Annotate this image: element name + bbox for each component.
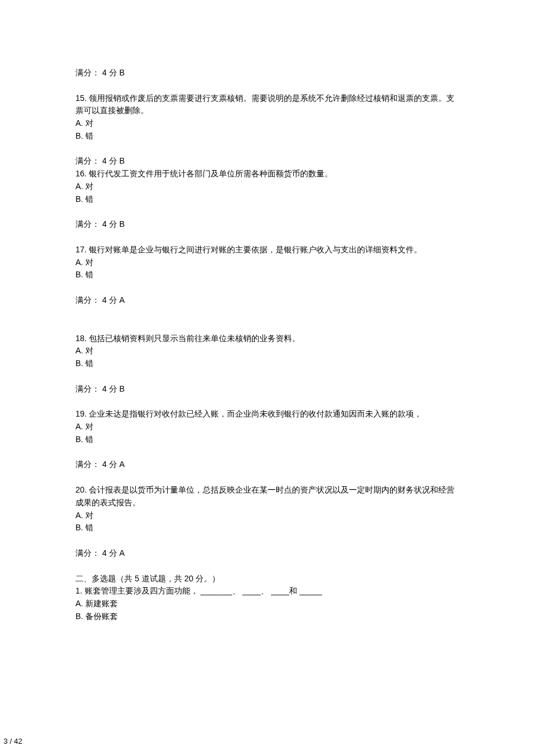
question-number: 17. [75,245,86,254]
question-number: 16. [75,169,86,178]
option-b: B. 错 [75,433,459,446]
question-body: 账套管理主要涉及四方面功能， _______、 ____、 ____和 ____… [82,586,322,595]
document-page: 满分： 4 分 B 15. 领用报销或作废后的支票需要进行支票核销。需要说明的是… [0,0,534,756]
question-body: 银行对账单是企业与银行之间进行对账的主要依据，是银行账户收入与支出的详细资料文件… [86,245,422,254]
question-text: 1. 账套管理主要涉及四方面功能， _______、 ____、 ____和 _… [75,585,459,598]
question-text: 20. 会计报表是以货币为计量单位，总括反映企业在某一时点的资产状况以及一定时期… [75,484,459,509]
option-a: A. 对 [75,256,459,269]
question-body: 包括已核销资料则只显示当前往来单位未核销的业务资料。 [86,334,300,343]
question-body: 会计报表是以货币为计量单位，总括反映企业在某一时点的资产状况以及一定时期内的财务… [75,485,454,507]
question-text: 18. 包括已核销资料则只显示当前往来单位未核销的业务资料。 [75,332,459,345]
score-line: 满分： 4 分 A [75,458,459,471]
question-number: 18. [75,334,86,343]
option-b: B. 备份账套 [75,610,459,623]
section-title: 二、多选题（共 5 道试题，共 20 分。） [75,573,459,585]
option-a: A. 新建账套 [75,598,459,610]
score-line: 满分： 4 分 B [75,67,459,79]
question-body: 企业未达是指银行对收付款已经入账，而企业尚未收到银行的收付款通知因而未入账的款项… [86,409,422,418]
question-body: 领用报销或作废后的支票需要进行支票核销。需要说明的是系统不允许删除经过核销和退票… [75,93,454,115]
option-a: A. 对 [75,421,459,433]
option-a: A. 对 [75,345,459,357]
score-line: 满分： 4 分 B [75,218,459,231]
page-number: 3 / 42 [3,737,23,746]
score-line: 满分： 4 分 A [75,294,459,307]
question-text: 19. 企业未达是指银行对收付款已经入账，而企业尚未收到银行的收付款通知因而未入… [75,408,459,421]
option-a: A. 对 [75,509,459,522]
question-number: 1. [75,586,82,595]
question-number: 15. [75,93,86,103]
question-number: 20. [75,485,86,494]
question-body: 银行代发工资文件用于统计各部门及单位所需各种面额货币的数量。 [86,169,333,178]
option-b: B. 错 [75,522,459,534]
option-a: A. 对 [75,180,459,193]
option-b: B. 错 [75,357,459,370]
question-text: 15. 领用报销或作废后的支票需要进行支票核销。需要说明的是系统不允许删除经过核… [75,92,459,117]
score-line: 满分： 4 分 B [75,383,459,396]
question-text: 17. 银行对账单是企业与银行之间进行对账的主要依据，是银行账户收入与支出的详细… [75,244,459,256]
option-b: B. 错 [75,130,459,143]
score-line: 满分： 4 分 A [75,547,459,560]
question-text: 16. 银行代发工资文件用于统计各部门及单位所需各种面额货币的数量。 [75,168,459,180]
option-a: A. 对 [75,117,459,130]
option-b: B. 错 [75,193,459,206]
question-number: 19. [75,409,86,418]
option-b: B. 错 [75,269,459,281]
score-line: 满分： 4 分 B [75,155,459,168]
